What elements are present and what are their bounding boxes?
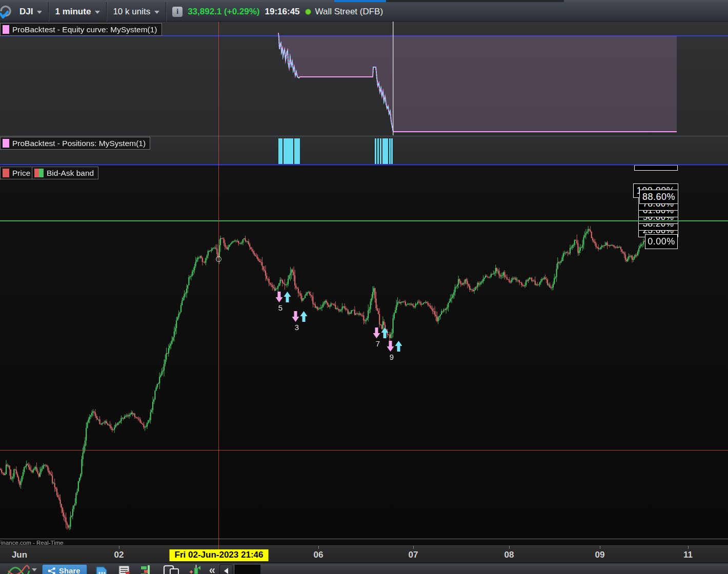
- crosshair-snap-ring: [216, 256, 221, 262]
- quote-area: i 33,892.1 (+0.29%) 19:16:45 Wall Street…: [166, 2, 389, 21]
- axis-date-label: 06: [314, 550, 323, 560]
- fib-level-label[interactable]: 88.60%: [639, 190, 678, 204]
- price-panel-title: Price: [12, 169, 30, 178]
- trade-marker[interactable]: 9: [387, 340, 402, 354]
- report-icon[interactable]: [118, 565, 131, 574]
- clock: 19:16:45: [265, 7, 300, 17]
- indicator-curves-icon[interactable]: [7, 565, 30, 574]
- chevron-down-icon: [95, 11, 100, 14]
- bottom-toolbar: Share: [0, 563, 728, 574]
- chevron-down-icon: [154, 11, 159, 14]
- axis-tick: [119, 546, 119, 549]
- chart-canvas[interactable]: [0, 0, 728, 574]
- units-selector[interactable]: 10 k units: [107, 2, 166, 21]
- price-legend-swatch: [3, 169, 9, 177]
- axis-date-label: 09: [595, 550, 605, 560]
- fib-level-label[interactable]: 0.00%: [645, 234, 678, 249]
- share-icon: [48, 567, 56, 574]
- trading-app: DJI 1 minute 10 k units i 33,892.1 (+0.2…: [0, 0, 728, 574]
- symbol-selector[interactable]: DJI: [13, 2, 48, 21]
- trade-marker[interactable]: 7: [373, 327, 389, 341]
- timeframe-label: 1 minute: [55, 7, 91, 17]
- bidask-legend-swatch: [34, 169, 44, 177]
- backtest-icon[interactable]: [139, 565, 155, 574]
- data-source-label: Finance.com - Real-Time: [0, 540, 64, 546]
- trade-number: 9: [384, 353, 399, 361]
- scrollbar-track[interactable]: [260, 565, 728, 574]
- axis-date-label: Jun: [12, 550, 27, 560]
- equity-panel-header[interactable]: ProBacktest - Equity curve: MySystem(1): [0, 23, 162, 36]
- scrollbar-thumb[interactable]: [235, 565, 260, 574]
- axis-date-label: 08: [504, 550, 514, 560]
- chevron-down-icon[interactable]: [32, 568, 37, 571]
- axis-tick: [509, 546, 510, 549]
- panel-divider[interactable]: [0, 539, 728, 539]
- trade-marker[interactable]: 3: [292, 311, 308, 324]
- timeframe-selector[interactable]: 1 minute: [49, 2, 106, 21]
- date-axis[interactable]: Fri 02-Jun-2023 21:46 Jun020607080911: [0, 545, 728, 563]
- crosshair-vertical: [218, 22, 219, 549]
- axis-date-label: 11: [683, 550, 693, 560]
- last-price: 33,892.1 (+0.29%): [188, 7, 259, 17]
- axis-date-label: 02: [114, 550, 124, 560]
- chevron-down-icon: [37, 11, 42, 14]
- market-name: Wall Street (DFB): [315, 7, 383, 17]
- add-order-icon[interactable]: [188, 565, 202, 574]
- axis-tick: [413, 546, 414, 549]
- trade-number: 3: [289, 323, 305, 332]
- info-icon[interactable]: i: [172, 7, 183, 17]
- horizontal-level-line[interactable]: [0, 220, 728, 221]
- share-button-label: Share: [59, 566, 80, 574]
- sync-status-icon: [0, 4, 13, 19]
- axis-tick: [318, 546, 319, 549]
- main-toolbar: DJI 1 minute 10 k units i 33,892.1 (+0.2…: [0, 2, 728, 22]
- trade-marker[interactable]: 5: [275, 291, 291, 305]
- axis-tick: [688, 546, 689, 549]
- panel-divider[interactable]: [0, 136, 728, 136]
- crosshair-horizontal: [0, 450, 728, 450]
- cursor-date-label: Fri 02-Jun-2023 21:46: [170, 549, 269, 561]
- chat-icon[interactable]: [95, 565, 109, 574]
- scroll-left-button[interactable]: [219, 564, 233, 574]
- trade-number: 7: [370, 339, 386, 348]
- devices-icon[interactable]: [163, 565, 180, 574]
- bidask-legend[interactable]: Bid-Ask band: [32, 167, 98, 179]
- share-button[interactable]: Share: [42, 564, 87, 574]
- equity-legend-swatch: [3, 25, 9, 34]
- collapse-icon[interactable]: «: [209, 564, 215, 574]
- trade-number: 5: [273, 303, 288, 312]
- axis-date-label: 07: [409, 550, 418, 560]
- equity-panel-title: ProBacktest - Equity curve: MySystem(1): [12, 25, 157, 34]
- positions-panel-title: ProBacktest - Positions: MySystem(1): [12, 139, 146, 148]
- price-panel-header[interactable]: Price: [0, 167, 35, 179]
- axis-tick: [600, 546, 600, 549]
- market-open-dot: [305, 9, 311, 15]
- bidask-legend-title: Bid-Ask band: [47, 169, 94, 178]
- positions-panel-header[interactable]: ProBacktest - Positions: MySystem(1): [0, 137, 150, 150]
- units-label: 10 k units: [113, 7, 150, 17]
- positions-legend-swatch: [3, 139, 9, 148]
- symbol-label: DJI: [19, 7, 33, 17]
